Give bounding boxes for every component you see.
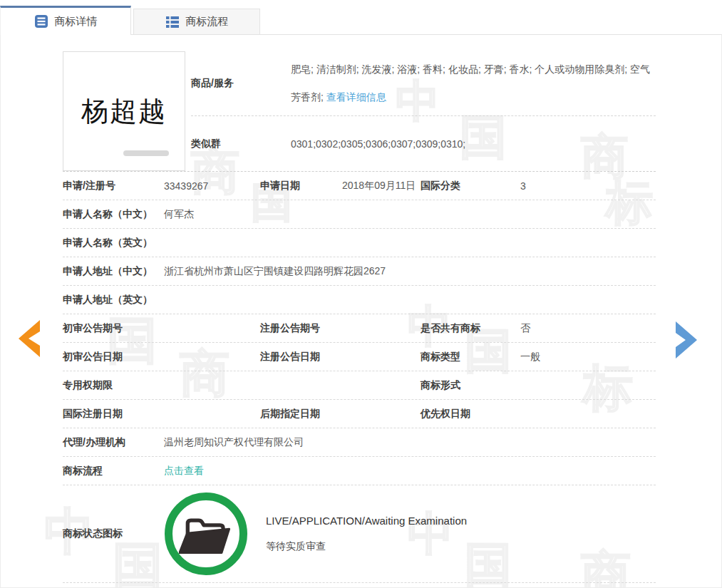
- table-row: 申请人名称（英文）: [63, 229, 656, 257]
- open-folder-icon: [179, 512, 233, 556]
- table-row: 国际注册日期 后期指定日期 优先权日期: [63, 400, 656, 428]
- document-lines-icon: [34, 14, 48, 29]
- field-label: 优先权日期: [421, 408, 520, 421]
- field-label: 申请人名称（中文）: [63, 208, 164, 221]
- field-label: 代理/办理机构: [63, 436, 164, 449]
- field-label: 国际注册日期: [63, 408, 164, 421]
- prev-arrow-button[interactable]: [16, 319, 41, 359]
- trademark-image: 杨超越: [63, 51, 185, 171]
- list-view-icon: [165, 16, 180, 29]
- tab-label: 商标详情: [55, 15, 98, 29]
- table-row: 申请/注册号 33439267 申请日期 2018年09月11日 国际分类 3: [63, 172, 656, 200]
- tab-label: 商标流程: [186, 15, 229, 29]
- status-green-ring: [165, 492, 247, 575]
- field-value: 否: [520, 322, 656, 335]
- field-label: 申请日期: [260, 180, 342, 192]
- field-label: 申请人地址（英文）: [63, 294, 164, 306]
- status-label: 商标状态图标: [63, 527, 164, 540]
- table-row: 申请人地址（英文）: [63, 286, 656, 314]
- field-label: 初审公告期号: [63, 322, 164, 335]
- tab-trademark-process[interactable]: 商标流程: [133, 9, 260, 34]
- field-value: 一般: [520, 351, 656, 363]
- field-label: 申请人名称（英文）: [63, 237, 164, 249]
- field-label: 商标类型: [421, 351, 520, 363]
- table-row: 申请人地址（中文） 浙江省杭州市萧山区宁围镇建设四路明辉花园2627: [63, 257, 656, 286]
- goods-services-value: 肥皂; 清洁制剂; 洗发液; 浴液; 香料; 化妆品; 牙膏; 香水; 个人或动…: [291, 56, 656, 111]
- field-label: 商标形式: [421, 379, 520, 392]
- field-value: 温州老周知识产权代理有限公司: [164, 436, 656, 449]
- goods-services-row: 商品/服务 肥皂; 清洁制剂; 洗发液; 浴液; 香料; 化妆品; 牙膏; 香水…: [191, 51, 656, 116]
- field-value: 33439267: [164, 180, 260, 192]
- similar-group-row: 类似群 0301;0302;0305;0306;0307;0309;0310;: [191, 116, 656, 171]
- tab-trademark-detail[interactable]: 商标详情: [0, 6, 131, 35]
- field-value: 3: [520, 180, 656, 192]
- status-text-cn: 等待实质审查: [266, 540, 467, 553]
- table-row: 专用权期限 商标形式: [63, 371, 656, 400]
- field-label: 初审公告日期: [63, 351, 164, 363]
- table-row: 申请人名称（中文） 何军杰: [63, 200, 656, 229]
- similar-group-value: 0301;0302;0305;0306;0307;0309;0310;: [291, 138, 465, 150]
- status-text-en: LIVE/APPLICATION/Awaiting Examination: [266, 515, 467, 527]
- detail-panel: 杨超越 商品/服务 肥皂; 清洁制剂; 洗发液; 浴液; 香料; 化妆品; 牙膏…: [0, 34, 722, 588]
- trademark-image-text: 杨超越: [81, 93, 167, 130]
- field-label: 专用权期限: [63, 379, 164, 392]
- field-value: 何军杰: [164, 208, 656, 221]
- similar-group-label: 类似群: [191, 138, 291, 150]
- table-row: 初审公告期号 注册公告期号 是否共有商标 否: [63, 314, 656, 343]
- field-label: 是否共有商标: [421, 322, 520, 335]
- trademark-detail-page: 中 国 商 商 标 国 国 商 中 国 标 中 国 中 国 商 商标详情: [0, 0, 722, 588]
- field-label: 国际分类: [421, 180, 520, 192]
- table-row: 代理/办理机构 温州老周知识产权代理有限公司: [63, 428, 656, 457]
- field-label: 注册公告期号: [260, 322, 342, 335]
- view-details-link[interactable]: 查看详细信息: [326, 91, 386, 103]
- field-label: 申请人地址（中文）: [63, 265, 164, 278]
- field-value: 2018年09月11日: [342, 180, 421, 192]
- trademark-image-watermark-bar: [123, 150, 169, 156]
- table-row: 初审公告日期 注册公告日期 商标类型 一般: [63, 343, 656, 371]
- goods-services-label: 商品/服务: [191, 77, 291, 90]
- table-row: 商标流程 点击查看: [63, 457, 656, 485]
- field-label: 商标流程: [63, 465, 164, 478]
- next-arrow-button[interactable]: [674, 320, 700, 360]
- field-value: 浙江省杭州市萧山区宁围镇建设四路明辉花园2627: [164, 265, 656, 278]
- click-to-view-link[interactable]: 点击查看: [164, 465, 204, 478]
- field-label: 申请/注册号: [63, 180, 164, 192]
- field-label: 注册公告日期: [260, 351, 342, 363]
- trademark-status-row: 商标状态图标 LIVE/APPLICATION/Awaiting Examina…: [63, 485, 656, 583]
- field-label: 后期指定日期: [260, 408, 342, 421]
- tab-bar: 商标详情 商标流程: [0, 0, 722, 34]
- top-section: 杨超越 商品/服务 肥皂; 清洁制剂; 洗发液; 浴液; 香料; 化妆品; 牙膏…: [63, 51, 656, 171]
